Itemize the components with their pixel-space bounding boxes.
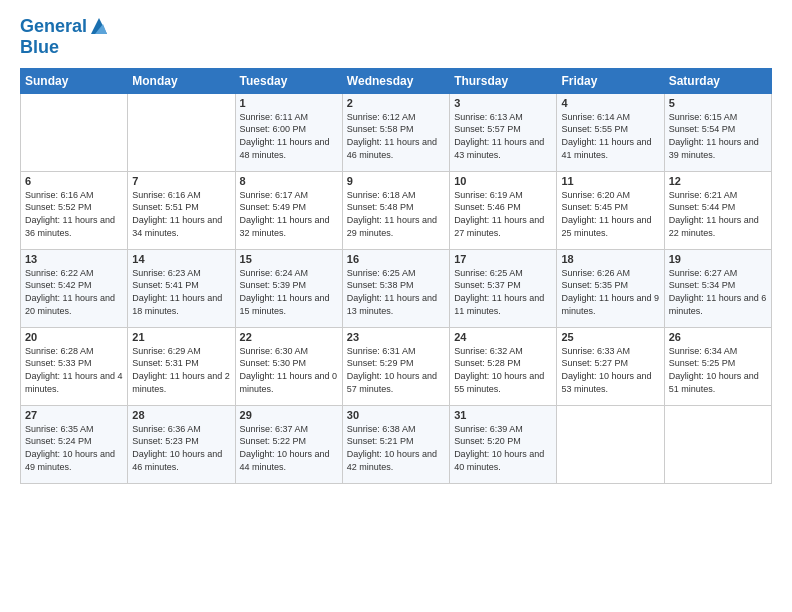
day-number: 21 bbox=[132, 331, 230, 343]
calendar-cell bbox=[664, 405, 771, 483]
calendar-cell: 21Sunrise: 6:29 AM Sunset: 5:31 PM Dayli… bbox=[128, 327, 235, 405]
cell-info: Sunrise: 6:39 AM Sunset: 5:20 PM Dayligh… bbox=[454, 423, 552, 473]
calendar-cell: 4Sunrise: 6:14 AM Sunset: 5:55 PM Daylig… bbox=[557, 93, 664, 171]
calendar-cell: 28Sunrise: 6:36 AM Sunset: 5:23 PM Dayli… bbox=[128, 405, 235, 483]
header-cell-tuesday: Tuesday bbox=[235, 68, 342, 93]
cell-info: Sunrise: 6:29 AM Sunset: 5:31 PM Dayligh… bbox=[132, 345, 230, 395]
cell-info: Sunrise: 6:36 AM Sunset: 5:23 PM Dayligh… bbox=[132, 423, 230, 473]
calendar-cell: 15Sunrise: 6:24 AM Sunset: 5:39 PM Dayli… bbox=[235, 249, 342, 327]
calendar-cell bbox=[557, 405, 664, 483]
day-number: 22 bbox=[240, 331, 338, 343]
day-number: 6 bbox=[25, 175, 123, 187]
day-number: 13 bbox=[25, 253, 123, 265]
calendar-cell: 16Sunrise: 6:25 AM Sunset: 5:38 PM Dayli… bbox=[342, 249, 449, 327]
day-number: 25 bbox=[561, 331, 659, 343]
calendar-cell bbox=[21, 93, 128, 171]
calendar-cell: 30Sunrise: 6:38 AM Sunset: 5:21 PM Dayli… bbox=[342, 405, 449, 483]
calendar-cell: 1Sunrise: 6:11 AM Sunset: 6:00 PM Daylig… bbox=[235, 93, 342, 171]
cell-info: Sunrise: 6:26 AM Sunset: 5:35 PM Dayligh… bbox=[561, 267, 659, 317]
calendar-cell: 29Sunrise: 6:37 AM Sunset: 5:22 PM Dayli… bbox=[235, 405, 342, 483]
calendar-cell: 10Sunrise: 6:19 AM Sunset: 5:46 PM Dayli… bbox=[450, 171, 557, 249]
cell-info: Sunrise: 6:25 AM Sunset: 5:37 PM Dayligh… bbox=[454, 267, 552, 317]
cell-info: Sunrise: 6:23 AM Sunset: 5:41 PM Dayligh… bbox=[132, 267, 230, 317]
calendar-cell: 24Sunrise: 6:32 AM Sunset: 5:28 PM Dayli… bbox=[450, 327, 557, 405]
day-number: 12 bbox=[669, 175, 767, 187]
cell-info: Sunrise: 6:32 AM Sunset: 5:28 PM Dayligh… bbox=[454, 345, 552, 395]
cell-info: Sunrise: 6:18 AM Sunset: 5:48 PM Dayligh… bbox=[347, 189, 445, 239]
day-number: 18 bbox=[561, 253, 659, 265]
header: General Blue bbox=[20, 16, 772, 58]
cell-info: Sunrise: 6:11 AM Sunset: 6:00 PM Dayligh… bbox=[240, 111, 338, 161]
calendar-page: General Blue SundayMondayTuesdayWednesda… bbox=[0, 0, 792, 612]
day-number: 8 bbox=[240, 175, 338, 187]
day-number: 4 bbox=[561, 97, 659, 109]
day-number: 20 bbox=[25, 331, 123, 343]
cell-info: Sunrise: 6:38 AM Sunset: 5:21 PM Dayligh… bbox=[347, 423, 445, 473]
day-number: 28 bbox=[132, 409, 230, 421]
calendar-cell: 19Sunrise: 6:27 AM Sunset: 5:34 PM Dayli… bbox=[664, 249, 771, 327]
cell-info: Sunrise: 6:21 AM Sunset: 5:44 PM Dayligh… bbox=[669, 189, 767, 239]
cell-info: Sunrise: 6:19 AM Sunset: 5:46 PM Dayligh… bbox=[454, 189, 552, 239]
cell-info: Sunrise: 6:31 AM Sunset: 5:29 PM Dayligh… bbox=[347, 345, 445, 395]
cell-info: Sunrise: 6:27 AM Sunset: 5:34 PM Dayligh… bbox=[669, 267, 767, 317]
day-number: 30 bbox=[347, 409, 445, 421]
logo-icon bbox=[89, 16, 109, 38]
day-number: 7 bbox=[132, 175, 230, 187]
day-number: 1 bbox=[240, 97, 338, 109]
cell-info: Sunrise: 6:20 AM Sunset: 5:45 PM Dayligh… bbox=[561, 189, 659, 239]
cell-info: Sunrise: 6:24 AM Sunset: 5:39 PM Dayligh… bbox=[240, 267, 338, 317]
day-number: 19 bbox=[669, 253, 767, 265]
calendar-cell: 25Sunrise: 6:33 AM Sunset: 5:27 PM Dayli… bbox=[557, 327, 664, 405]
week-row-2: 6Sunrise: 6:16 AM Sunset: 5:52 PM Daylig… bbox=[21, 171, 772, 249]
day-number: 16 bbox=[347, 253, 445, 265]
day-number: 10 bbox=[454, 175, 552, 187]
cell-info: Sunrise: 6:33 AM Sunset: 5:27 PM Dayligh… bbox=[561, 345, 659, 395]
calendar-cell: 5Sunrise: 6:15 AM Sunset: 5:54 PM Daylig… bbox=[664, 93, 771, 171]
header-cell-thursday: Thursday bbox=[450, 68, 557, 93]
calendar-cell: 31Sunrise: 6:39 AM Sunset: 5:20 PM Dayli… bbox=[450, 405, 557, 483]
cell-info: Sunrise: 6:37 AM Sunset: 5:22 PM Dayligh… bbox=[240, 423, 338, 473]
logo: General Blue bbox=[20, 16, 109, 58]
header-cell-wednesday: Wednesday bbox=[342, 68, 449, 93]
logo-blue-text: Blue bbox=[20, 38, 109, 58]
cell-info: Sunrise: 6:22 AM Sunset: 5:42 PM Dayligh… bbox=[25, 267, 123, 317]
day-number: 3 bbox=[454, 97, 552, 109]
calendar-cell: 26Sunrise: 6:34 AM Sunset: 5:25 PM Dayli… bbox=[664, 327, 771, 405]
calendar-cell: 22Sunrise: 6:30 AM Sunset: 5:30 PM Dayli… bbox=[235, 327, 342, 405]
header-cell-saturday: Saturday bbox=[664, 68, 771, 93]
cell-info: Sunrise: 6:30 AM Sunset: 5:30 PM Dayligh… bbox=[240, 345, 338, 395]
calendar-cell: 3Sunrise: 6:13 AM Sunset: 5:57 PM Daylig… bbox=[450, 93, 557, 171]
cell-info: Sunrise: 6:12 AM Sunset: 5:58 PM Dayligh… bbox=[347, 111, 445, 161]
cell-info: Sunrise: 6:13 AM Sunset: 5:57 PM Dayligh… bbox=[454, 111, 552, 161]
calendar-cell: 14Sunrise: 6:23 AM Sunset: 5:41 PM Dayli… bbox=[128, 249, 235, 327]
day-number: 31 bbox=[454, 409, 552, 421]
day-number: 14 bbox=[132, 253, 230, 265]
calendar-cell: 13Sunrise: 6:22 AM Sunset: 5:42 PM Dayli… bbox=[21, 249, 128, 327]
header-cell-friday: Friday bbox=[557, 68, 664, 93]
cell-info: Sunrise: 6:16 AM Sunset: 5:52 PM Dayligh… bbox=[25, 189, 123, 239]
week-row-4: 20Sunrise: 6:28 AM Sunset: 5:33 PM Dayli… bbox=[21, 327, 772, 405]
calendar-cell: 6Sunrise: 6:16 AM Sunset: 5:52 PM Daylig… bbox=[21, 171, 128, 249]
week-row-5: 27Sunrise: 6:35 AM Sunset: 5:24 PM Dayli… bbox=[21, 405, 772, 483]
week-row-3: 13Sunrise: 6:22 AM Sunset: 5:42 PM Dayli… bbox=[21, 249, 772, 327]
cell-info: Sunrise: 6:14 AM Sunset: 5:55 PM Dayligh… bbox=[561, 111, 659, 161]
calendar-cell: 17Sunrise: 6:25 AM Sunset: 5:37 PM Dayli… bbox=[450, 249, 557, 327]
day-number: 11 bbox=[561, 175, 659, 187]
calendar-table: SundayMondayTuesdayWednesdayThursdayFrid… bbox=[20, 68, 772, 484]
calendar-cell: 20Sunrise: 6:28 AM Sunset: 5:33 PM Dayli… bbox=[21, 327, 128, 405]
calendar-cell: 11Sunrise: 6:20 AM Sunset: 5:45 PM Dayli… bbox=[557, 171, 664, 249]
day-number: 29 bbox=[240, 409, 338, 421]
calendar-cell: 18Sunrise: 6:26 AM Sunset: 5:35 PM Dayli… bbox=[557, 249, 664, 327]
week-row-1: 1Sunrise: 6:11 AM Sunset: 6:00 PM Daylig… bbox=[21, 93, 772, 171]
cell-info: Sunrise: 6:25 AM Sunset: 5:38 PM Dayligh… bbox=[347, 267, 445, 317]
cell-info: Sunrise: 6:16 AM Sunset: 5:51 PM Dayligh… bbox=[132, 189, 230, 239]
cell-info: Sunrise: 6:15 AM Sunset: 5:54 PM Dayligh… bbox=[669, 111, 767, 161]
calendar-cell: 23Sunrise: 6:31 AM Sunset: 5:29 PM Dayli… bbox=[342, 327, 449, 405]
day-number: 5 bbox=[669, 97, 767, 109]
day-number: 26 bbox=[669, 331, 767, 343]
day-number: 2 bbox=[347, 97, 445, 109]
calendar-cell: 12Sunrise: 6:21 AM Sunset: 5:44 PM Dayli… bbox=[664, 171, 771, 249]
cell-info: Sunrise: 6:35 AM Sunset: 5:24 PM Dayligh… bbox=[25, 423, 123, 473]
calendar-cell: 2Sunrise: 6:12 AM Sunset: 5:58 PM Daylig… bbox=[342, 93, 449, 171]
header-cell-sunday: Sunday bbox=[21, 68, 128, 93]
